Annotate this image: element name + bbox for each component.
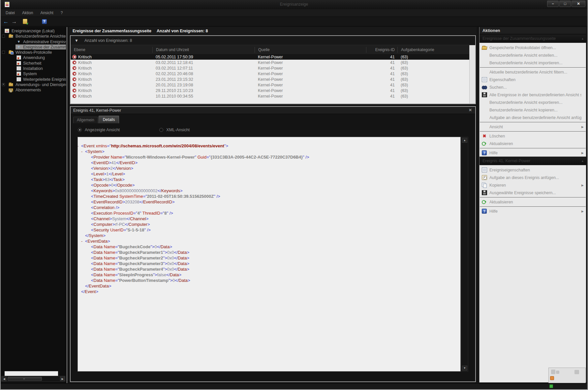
tree-item-administrative-ereignisse[interactable]: ▼Administrative Ereignisse [1, 39, 66, 45]
table-row[interactable]: Kritisch03.02.2011 12:18:41Kernel-Power4… [71, 60, 469, 65]
action-aktualisieren[interactable]: Aktualisieren [480, 140, 586, 147]
table-row[interactable]: Kritisch23.01.2011 23:15:32Kernel-Power4… [71, 76, 469, 82]
collapse-dash-icon[interactable]: - [81, 149, 85, 154]
radio-xml-ansicht[interactable]: XML-Ansicht [159, 128, 190, 132]
expand-icon[interactable]: + [2, 83, 5, 86]
action-label: Kopieren [489, 183, 506, 188]
window-title: Ereignisanzeige [0, 2, 588, 7]
tree-item-system[interactable]: System [1, 71, 66, 76]
tree-item-installation[interactable]: Installation [1, 66, 66, 71]
tree-item-windows-protokolle[interactable]: Windows-Protokolle [1, 50, 66, 55]
scroll-down-icon[interactable]: ▼ [462, 366, 467, 371]
tree-item-weitergeleitete-ereignisse[interactable]: Weitergeleitete Ereignisse [1, 77, 66, 82]
collapse-icon[interactable] [2, 35, 5, 38]
action-kopieren[interactable]: Kopieren▶ [480, 181, 586, 189]
tree-item-anwendungs-und-dienstprotokolle[interactable]: +Anwendungs- und Dienstprotokolle [1, 82, 66, 87]
action-ereigniseigenschaften[interactable]: Ereigniseigenschaften [480, 166, 586, 174]
event-level-cell: Kritisch [71, 77, 152, 82]
column-header-quelle[interactable]: Quelle [255, 47, 366, 53]
action-ansicht[interactable]: Ansicht▶ [480, 123, 586, 131]
funnel-yellow-icon [482, 53, 487, 58]
collapse-dash-icon[interactable]: - [77, 143, 81, 149]
column-header-ereignis-id[interactable]: Ereignis-ID [366, 47, 397, 53]
title-bar[interactable]: Ereignisanzeige –□✕ [0, 0, 588, 9]
menu-item-ansicht[interactable]: Ansicht [37, 9, 57, 16]
action-alle-ereignisse-in-der-benutzerdefinierten-ansicht-s[interactable]: Alle Ereignisse in der benutzerdefiniert… [480, 91, 586, 99]
menu-item-?[interactable]: ? [57, 9, 67, 16]
scroll-right-icon[interactable]: ▶ [60, 376, 65, 381]
tree-item-ereignisanzeige-lokal[interactable]: Ereignisanzeige (Lokal) [1, 28, 66, 34]
tree-item-abonnements[interactable]: Abonnements [1, 87, 66, 93]
copy-icon [482, 183, 487, 188]
action-aktualisieren[interactable]: Aktualisieren [480, 198, 586, 206]
xml-view[interactable]: -<Event xmlns="http://schemas.microsoft.… [77, 137, 461, 372]
scroll-left-icon[interactable]: ◀ [2, 376, 7, 381]
column-header-ebene[interactable]: Ebene [71, 47, 152, 53]
console-tree-icon[interactable] [29, 17, 37, 25]
action-suchen[interactable]: Suchen... [480, 83, 586, 91]
action-aktuelle-benutzerdefinierte-ansicht-filtern[interactable]: Aktuelle benutzerdefinierte Ansicht filt… [480, 68, 586, 76]
separator [480, 67, 586, 68]
tree-item-anwendung[interactable]: Anwendung [1, 55, 66, 60]
action-ausgew-hlte-ereignisse-speichern[interactable]: Ausgewählte Ereignisse speichern... [480, 189, 586, 196]
table-row[interactable]: Kritisch20.01.2011 23:19:08Kernel-Power4… [71, 82, 469, 88]
event-datetime: 03.02.2011 12:18:41 [152, 60, 255, 65]
scroll-up-icon[interactable]: ▲ [462, 138, 467, 143]
maximize-button[interactable]: □ [559, 1, 571, 7]
close-icon[interactable]: ✕ [469, 108, 472, 112]
forward-icon[interactable]: → [10, 17, 18, 25]
tab-details[interactable]: Details [99, 116, 119, 123]
tree-item-ereignisse-der-zusammenfassungsseite[interactable]: ▼Ereignisse der Zusammenfassungsseite [1, 45, 66, 50]
tab-allgemein[interactable]: Allgemein [73, 117, 98, 123]
radio-angezeigte-ansicht[interactable]: Angezeigte Ansicht [78, 128, 120, 132]
radio-label: Angezeigte Ansicht [85, 128, 120, 132]
column-header-datum-und-uhrzeit[interactable]: Datum und Uhrzeit [152, 47, 255, 53]
table-row[interactable]: Kritisch29.11.2010 21:10:23Kernel-Power4… [71, 88, 469, 93]
xml-line: <Provider Name="Microsoft-Windows-Kernel… [78, 154, 460, 160]
task-icon [482, 175, 487, 180]
action-benutzerdefinierte-ansicht-erstellen[interactable]: Benutzerdefinierte Ansicht erstellen... [480, 51, 586, 59]
action-benutzerdefinierte-ansicht-kopieren[interactable]: Benutzerdefinierte Ansicht kopieren... [480, 106, 586, 114]
separator [480, 131, 586, 132]
menu-item-aktion[interactable]: Aktion [18, 9, 37, 16]
actions-section-header[interactable]: Ereignisse der Zusammenfassungsseite▴ [480, 34, 586, 43]
action-aufgabe-an-diese-benutzerdefinierte-ansicht-anf-g[interactable]: Aufgabe an diese benutzerdefinierte Ansi… [480, 114, 586, 121]
close-button[interactable]: ✕ [572, 1, 585, 7]
table-row[interactable]: Kritisch02.02.2011 20:46:08Kernel-Power4… [71, 71, 469, 76]
table-row[interactable]: Kritisch10.11.2010 00:34:55Kernel-Power4… [71, 93, 469, 99]
event-source: Kernel-Power [255, 77, 366, 82]
column-header-aufgabenkategorie[interactable]: Aufgabenkategorie [397, 47, 469, 53]
back-icon[interactable]: ← [2, 17, 10, 25]
tree-item-sicherheit[interactable]: Sicherheit [1, 61, 66, 66]
xml-vertical-scrollbar[interactable]: ▲ ▼ [461, 137, 468, 372]
menu-item-datei[interactable]: Datei [2, 9, 18, 16]
tree-horizontal-scrollbar[interactable]: ◀ ▶ [1, 376, 65, 382]
action-hilfe[interactable]: ?Hilfe▶ [480, 149, 586, 157]
critical-icon [72, 88, 77, 93]
action-label: Ansicht [489, 125, 503, 129]
collapse-dash-icon[interactable]: - [81, 238, 85, 244]
help-icon[interactable]: ? [40, 17, 48, 25]
event-level-cell: Kritisch [71, 72, 152, 76]
action-hilfe[interactable]: ?Hilfe▶ [480, 207, 586, 215]
collapse-icon[interactable] [2, 51, 5, 54]
table-row[interactable]: Kritisch05.02.2011 17:50:39Kernel-Power4… [71, 54, 469, 60]
scrollbar-thumb[interactable] [8, 377, 42, 381]
action-benutzerdefinierte-ansicht-exportieren[interactable]: Benutzerdefinierte Ansicht exportieren..… [480, 99, 586, 106]
action-label: Hilfe [489, 151, 498, 155]
action-eigenschaften[interactable]: Eigenschaften [480, 76, 586, 83]
event-category: (63) [397, 77, 469, 82]
xml-line: <Level>1</Level> [78, 171, 460, 177]
action-benutzerdefinierte-ansicht-importieren[interactable]: Benutzerdefinierte Ansicht importieren..… [480, 59, 586, 67]
export-icon[interactable] [21, 17, 29, 25]
tree-item-benutzerdefinierte-ansichten[interactable]: Benutzerdefinierte Ansichten [1, 34, 66, 39]
actions-section-header[interactable]: Ereignis 41, Kernel-Power▴ [480, 157, 586, 165]
minimize-button[interactable]: – [547, 1, 559, 7]
event-level-cell: Kritisch [71, 94, 152, 99]
action-pane-icon[interactable] [48, 17, 56, 25]
action-gespeicherte-protokolldatei-ffnen[interactable]: Gespeicherte Protokolldatei öffnen... [480, 44, 586, 51]
action-label: Löschen [489, 134, 505, 138]
table-row[interactable]: Kritisch03.02.2011 12:07:11Kernel-Power4… [71, 65, 469, 71]
action-aufgabe-an-dieses-ereignis-anf-gen[interactable]: Aufgabe an dieses Ereignis anfügen... [480, 174, 586, 181]
action-l-schen[interactable]: ✖Löschen [480, 132, 586, 140]
